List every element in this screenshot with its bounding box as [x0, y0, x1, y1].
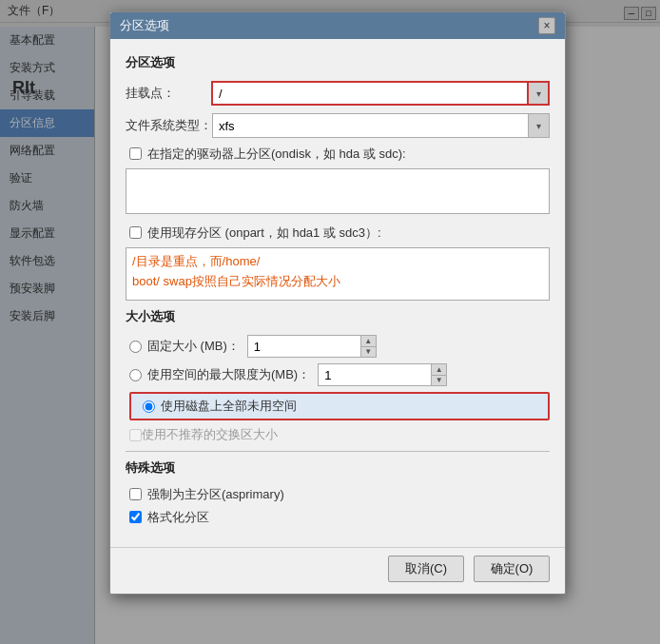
max-size-input-wrapper: ▲ ▼	[318, 363, 550, 386]
use-all-row: 使用磁盘上全部未用空间	[129, 392, 550, 420]
onpart-label: 使用现存分区 (onpart，如 hda1 或 sdc3）:	[147, 224, 381, 242]
dialog-footer: 取消(C) 确定(O)	[110, 547, 565, 594]
use-all-radio[interactable]	[143, 400, 155, 413]
filesystem-label: 文件系统类型：	[126, 117, 212, 134]
mount-point-input[interactable]	[211, 81, 529, 106]
annotation-box: /目录是重点，而/home/ boot/ swap按照自己实际情况分配大小	[126, 247, 550, 301]
section2-header: 大小选项	[126, 308, 550, 325]
max-size-spinner: ▲ ▼	[432, 363, 447, 386]
max-size-radio[interactable]	[129, 369, 142, 381]
filesystem-row: 文件系统类型： ▾	[126, 113, 550, 138]
swap-size-checkbox	[129, 429, 142, 441]
primary-checkbox[interactable]	[129, 488, 142, 500]
ok-button[interactable]: 确定(O)	[474, 556, 550, 582]
dialog-title: 分区选项	[120, 17, 169, 34]
ondisk-checkbox[interactable]	[129, 147, 142, 160]
fixed-size-spinner: ▲ ▼	[361, 335, 377, 358]
onpart-checkbox[interactable]	[129, 226, 142, 239]
max-size-down[interactable]: ▼	[432, 376, 446, 386]
ondisk-textarea[interactable]	[126, 168, 550, 214]
fixed-size-radio[interactable]	[129, 341, 142, 353]
fixed-size-input[interactable]	[247, 335, 361, 358]
swap-size-label: 使用不推荐的交换区大小	[142, 426, 278, 443]
section-divider	[126, 451, 550, 452]
max-size-input[interactable]	[318, 363, 432, 386]
fixed-size-down[interactable]: ▼	[361, 347, 376, 358]
annotation-line2: boot/ swap按照自己实际情况分配大小	[132, 272, 543, 292]
format-checkbox[interactable]	[129, 511, 142, 523]
fixed-size-row: 固定大小 (MB)： ▲ ▼	[126, 335, 550, 358]
dialog-titlebar: 分区选项 ×	[110, 12, 565, 39]
filesystem-dropdown-arrow[interactable]: ▾	[529, 113, 550, 138]
filesystem-input[interactable]	[212, 113, 529, 138]
mount-point-wrapper: ▾	[211, 81, 550, 106]
dialog-body: 分区选项 挂载点： ▾ 文件系统类型： ▾ 在指定的驱动器上分区(ondisk，…	[110, 39, 565, 547]
section1-header: 分区选项	[126, 54, 550, 71]
max-size-up[interactable]: ▲	[432, 364, 446, 376]
ondisk-label: 在指定的驱动器上分区(ondisk，如 hda 或 sdc):	[147, 146, 406, 163]
filesystem-wrapper: ▾	[212, 113, 550, 138]
cancel-button[interactable]: 取消(C)	[388, 556, 464, 582]
swap-size-row: 使用不推荐的交换区大小	[126, 426, 550, 443]
fixed-size-label: 固定大小 (MB)：	[147, 338, 240, 355]
onpart-checkbox-row: 使用现存分区 (onpart，如 hda1 或 sdc3）:	[126, 224, 550, 242]
annotation-line1: /目录是重点，而/home/	[132, 252, 543, 272]
dialog-close-button[interactable]: ×	[538, 17, 555, 34]
partition-options-dialog: 分区选项 × 分区选项 挂载点： ▾ 文件系统类型： ▾ 在指定的驱动器上分区(…	[109, 11, 566, 595]
section3-header: 特殊选项	[126, 459, 550, 477]
mount-point-row: 挂载点： ▾	[126, 81, 550, 106]
fixed-size-up[interactable]: ▲	[361, 336, 376, 347]
mount-point-label: 挂载点：	[126, 85, 211, 102]
use-all-label: 使用磁盘上全部未用空间	[161, 398, 297, 415]
format-label: 格式化分区	[147, 509, 209, 526]
use-all-radio-row: 使用磁盘上全部未用空间	[139, 398, 540, 415]
primary-checkbox-row: 强制为主分区(asprimary)	[126, 486, 550, 503]
mount-point-dropdown-arrow[interactable]: ▾	[529, 81, 550, 106]
max-size-label: 使用空间的最大限度为(MB)：	[147, 366, 310, 383]
max-size-row: 使用空间的最大限度为(MB)： ▲ ▼	[126, 363, 550, 386]
format-checkbox-row: 格式化分区	[126, 509, 550, 526]
primary-label: 强制为主分区(asprimary)	[147, 486, 284, 503]
fixed-size-input-wrapper: ▲ ▼	[247, 335, 550, 358]
ondisk-checkbox-row: 在指定的驱动器上分区(ondisk，如 hda 或 sdc):	[126, 146, 550, 163]
